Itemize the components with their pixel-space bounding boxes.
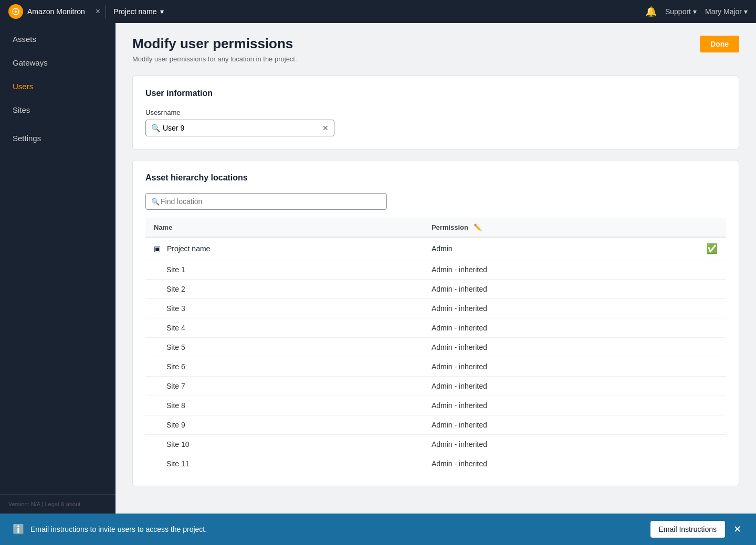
table-row: Site 11 Admin - inherited: [145, 454, 726, 474]
table-row: Site 6 Admin - inherited: [145, 357, 726, 377]
row-name: Site 10: [145, 435, 423, 454]
row-name: Site 2: [145, 280, 423, 299]
table-row: Site 1 Admin - inherited: [145, 260, 726, 280]
username-input-wrapper: 🔍 ✕: [145, 120, 334, 136]
row-empty: [698, 454, 726, 474]
app-logo: Amazon Monitron: [8, 4, 91, 19]
nav-divider: [106, 5, 106, 18]
location-search-wrapper: 🔍: [145, 193, 387, 210]
row-empty: [698, 318, 726, 338]
row-name: Site 8: [145, 396, 423, 415]
table-body: ▣ Project name Admin ✅ Site 1 Admin - in…: [145, 237, 726, 473]
row-permission: Admin - inherited: [423, 377, 698, 396]
table-row: Site 7 Admin - inherited: [145, 377, 726, 396]
sidebar-item-settings[interactable]: Settings: [0, 126, 116, 150]
user-info-card-title: User information: [145, 89, 726, 98]
table-row: Site 10 Admin - inherited: [145, 435, 726, 454]
col-permission-header: Permission ✏️: [423, 218, 698, 237]
email-instructions-button[interactable]: Email Instructions: [650, 521, 725, 538]
nav-right: 🔔 Support ▾ Mary Major ▾: [645, 6, 748, 17]
row-check: ✅: [698, 237, 726, 260]
username-label: Usesrname: [145, 109, 726, 116]
row-permission: Admin - inherited: [423, 454, 698, 474]
location-search-icon: 🔍: [151, 198, 160, 206]
notifications-bell-icon[interactable]: 🔔: [645, 6, 657, 17]
notification-info-icon: ℹ️: [13, 523, 24, 535]
sidebar-item-gateways[interactable]: Gateways: [0, 51, 116, 74]
project-dropdown-icon: ▾: [160, 7, 164, 16]
page-subtitle: Modify user permissions for any location…: [132, 55, 297, 63]
row-name: Site 7: [145, 377, 423, 396]
row-permission: Admin - inherited: [423, 415, 698, 435]
sidebar-item-users[interactable]: Users: [0, 74, 116, 98]
expand-icon[interactable]: ▣: [154, 244, 161, 253]
main-layout: Assets Gateways Users Sites Settings Ver…: [0, 23, 756, 514]
username-search-icon: 🔍: [151, 124, 160, 132]
table-row: Site 9 Admin - inherited: [145, 415, 726, 435]
row-empty: [698, 280, 726, 299]
support-dropdown-icon: ▾: [693, 7, 697, 16]
svg-point-1: [15, 10, 17, 13]
asset-hierarchy-card: Asset hierarchy locations 🔍 Name Permiss…: [132, 160, 739, 486]
support-menu[interactable]: Support ▾: [665, 7, 697, 16]
row-empty: [698, 260, 726, 280]
row-name: Site 11: [145, 454, 423, 474]
sidebar-item-sites[interactable]: Sites: [0, 98, 116, 122]
top-nav: Amazon Monitron × Project name ▾ 🔔 Suppo…: [0, 0, 756, 23]
sidebar-version: Version: N/A | Legal & about: [0, 494, 116, 514]
sidebar: Assets Gateways Users Sites Settings Ver…: [0, 23, 116, 514]
row-permission: Admin - inherited: [423, 260, 698, 280]
done-button[interactable]: Done: [700, 36, 739, 52]
user-dropdown-icon: ▾: [744, 7, 748, 16]
row-permission: Admin - inherited: [423, 396, 698, 415]
row-permission: Admin - inherited: [423, 357, 698, 377]
project-name: Project name: [113, 7, 156, 16]
notification-bar: ℹ️ Email instructions to invite users to…: [0, 514, 756, 545]
user-info-card: User information Usesrname 🔍 ✕: [132, 76, 739, 149]
sidebar-item-assets[interactable]: Assets: [0, 27, 116, 51]
table-row: Site 3 Admin - inherited: [145, 299, 726, 318]
project-selector[interactable]: Project name ▾: [107, 7, 170, 16]
row-permission: Admin: [423, 237, 698, 260]
permissions-table: Name Permission ✏️ ▣ Project name Ad: [145, 218, 726, 473]
row-empty: [698, 377, 726, 396]
table-row: Site 5 Admin - inherited: [145, 338, 726, 357]
asset-hierarchy-title: Asset hierarchy locations: [145, 173, 726, 183]
row-name: ▣ Project name: [145, 237, 423, 260]
app-icon: [8, 4, 23, 19]
table-header-row: Name Permission ✏️: [145, 218, 726, 237]
user-menu[interactable]: Mary Major ▾: [705, 7, 748, 16]
row-name: Site 1: [145, 260, 423, 280]
permission-edit-icon[interactable]: ✏️: [474, 223, 482, 231]
row-empty: [698, 357, 726, 377]
row-permission: Admin - inherited: [423, 435, 698, 454]
table-row: ▣ Project name Admin ✅: [145, 237, 726, 260]
notification-text: Email instructions to invite users to ac…: [30, 525, 644, 533]
permission-check-icon: ✅: [706, 243, 718, 254]
row-empty: [698, 435, 726, 454]
app-close-button[interactable]: ×: [91, 5, 104, 18]
row-permission: Admin - inherited: [423, 338, 698, 357]
table-row: Site 2 Admin - inherited: [145, 280, 726, 299]
page-header: Modify user permissions Modify user perm…: [132, 36, 739, 63]
notification-close-icon[interactable]: ✕: [731, 521, 743, 537]
row-permission: Admin - inherited: [423, 280, 698, 299]
row-permission: Admin - inherited: [423, 318, 698, 338]
table-row: Site 8 Admin - inherited: [145, 396, 726, 415]
row-permission: Admin - inherited: [423, 299, 698, 318]
user-name: Mary Major: [705, 7, 742, 16]
location-search-input[interactable]: [146, 194, 386, 209]
col-name-header: Name: [145, 218, 423, 237]
username-clear-icon[interactable]: ✕: [322, 124, 329, 132]
page-title: Modify user permissions: [132, 36, 297, 52]
row-name: Site 4: [145, 318, 423, 338]
page-header-text: Modify user permissions Modify user perm…: [132, 36, 297, 63]
row-empty: [698, 338, 726, 357]
row-name: Site 5: [145, 338, 423, 357]
main-content: Modify user permissions Modify user perm…: [116, 23, 756, 514]
sidebar-divider: [0, 124, 116, 124]
row-name: Site 6: [145, 357, 423, 377]
app-name: Amazon Monitron: [27, 7, 85, 16]
row-empty: [698, 415, 726, 435]
username-input[interactable]: [146, 120, 334, 136]
